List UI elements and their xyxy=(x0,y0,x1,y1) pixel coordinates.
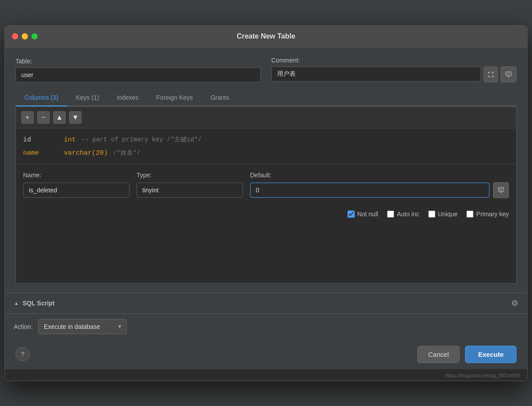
tabs-section: Columns (3) Keys (1) Indexes Foreign Key… xyxy=(16,90,516,284)
move-down-button[interactable]: ▼ xyxy=(69,111,82,124)
column-default-input[interactable] xyxy=(250,183,489,198)
col-type-name: varchar(20) xyxy=(64,149,108,157)
comment-input[interactable] xyxy=(271,66,481,82)
auto-inc-checkbox[interactable] xyxy=(387,211,394,218)
titlebar: Create New Table xyxy=(5,26,527,48)
col-comment-id: -- part of primary key /*主键id*/ xyxy=(81,136,202,144)
table-row[interactable]: id int -- part of primary key /*主键id*/ xyxy=(23,134,509,145)
comment-label: Comment: xyxy=(271,57,516,64)
execute-button[interactable]: Execute xyxy=(465,346,516,363)
default-wrapper xyxy=(250,182,509,198)
col-type-id: int xyxy=(64,136,76,144)
column-type-input[interactable] xyxy=(137,183,243,198)
maximize-button[interactable] xyxy=(31,33,38,39)
comment-field-group: Comment: xyxy=(271,57,516,82)
sql-title-row: ▲ SQL Script xyxy=(14,300,55,307)
create-table-dialog: Create New Table Table: Comment: xyxy=(4,25,528,381)
action-select[interactable]: Execute in database Save to file Copy to… xyxy=(38,319,127,334)
checkboxes-row: Not null Auto inc Unique Primary key xyxy=(16,205,516,223)
cancel-button[interactable]: Cancel xyxy=(417,346,460,363)
table-row[interactable]: name varchar(20) /*姓名*/ xyxy=(23,147,509,159)
type-label: Type: xyxy=(137,172,243,179)
tab-indexes[interactable]: Indexes xyxy=(108,90,147,106)
move-up-button[interactable]: ▲ xyxy=(53,111,66,124)
unique-label: Unique xyxy=(438,211,458,218)
tab-grants[interactable]: Grants xyxy=(202,90,238,106)
url-bar: https://blog.csdn.net/qq_39314099 xyxy=(5,369,527,381)
comment-input-wrap xyxy=(271,66,481,82)
sql-toggle-icon[interactable]: ▲ xyxy=(14,300,19,306)
column-name-input[interactable] xyxy=(23,183,129,198)
auto-inc-label: Auto inc xyxy=(397,211,419,218)
minimize-button[interactable] xyxy=(22,33,28,39)
tab-foreign-keys[interactable]: Foreign Keys xyxy=(147,90,201,106)
dialog-title: Create New Table xyxy=(237,32,295,40)
svg-rect-0 xyxy=(506,72,511,76)
action-buttons: Cancel Execute xyxy=(417,346,516,363)
dialog-body: Table: Comment: xyxy=(5,48,527,293)
not-null-checkbox[interactable] xyxy=(348,211,355,218)
col-name-id: id xyxy=(23,136,59,144)
sql-section: ▲ SQL Script ⚙ Action: Execute in databa… xyxy=(5,293,527,340)
default-note-button[interactable] xyxy=(493,182,509,198)
columns-toolbar: + − ▲ ▼ xyxy=(16,107,516,129)
action-row: Action: Execute in database Save to file… xyxy=(5,314,527,340)
col-name-name: name xyxy=(23,149,59,157)
name-label: Name: xyxy=(23,172,129,179)
help-button[interactable]: ? xyxy=(16,347,30,361)
auto-inc-checkbox-group[interactable]: Auto inc xyxy=(387,211,419,218)
window-controls xyxy=(12,33,38,39)
settings-button[interactable]: ⚙ xyxy=(511,298,518,308)
sql-title: SQL Script xyxy=(23,300,55,307)
sql-header: ▲ SQL Script ⚙ xyxy=(5,293,527,314)
comment-note-button[interactable] xyxy=(501,66,516,82)
primary-key-checkbox[interactable] xyxy=(466,211,473,218)
table-label: Table: xyxy=(16,58,261,65)
unique-checkbox[interactable] xyxy=(428,211,435,218)
remove-column-button[interactable]: − xyxy=(37,111,50,124)
action-label: Action: xyxy=(14,323,33,330)
primary-key-label: Primary key xyxy=(476,211,509,218)
table-input[interactable] xyxy=(16,67,261,82)
tab-keys[interactable]: Keys (1) xyxy=(67,90,108,106)
primary-key-checkbox-group[interactable]: Primary key xyxy=(466,211,509,218)
edit-inputs-row xyxy=(23,182,509,198)
tab-columns[interactable]: Columns (3) xyxy=(16,90,67,106)
table-field-group: Table: xyxy=(16,58,261,82)
expand-button[interactable] xyxy=(484,66,498,82)
not-null-checkbox-group[interactable]: Not null xyxy=(348,211,378,218)
comment-wrapper xyxy=(271,66,516,82)
url-text: https://blog.csdn.net/qq_39314099 xyxy=(445,373,520,378)
tab-content: + − ▲ ▼ id int -- part of primary key /*… xyxy=(16,106,516,284)
tabs-header: Columns (3) Keys (1) Indexes Foreign Key… xyxy=(16,90,516,106)
top-row: Table: Comment: xyxy=(16,57,516,82)
col-comment-name: /*姓名*/ xyxy=(113,149,141,157)
unique-checkbox-group[interactable]: Unique xyxy=(428,211,458,218)
close-button[interactable] xyxy=(12,33,18,39)
action-select-wrap: Execute in database Save to file Copy to… xyxy=(38,319,127,334)
columns-list: id int -- part of primary key /*主键id*/ n… xyxy=(16,129,516,164)
svg-rect-3 xyxy=(498,187,504,191)
add-column-button[interactable]: + xyxy=(21,111,34,124)
default-label: Default: xyxy=(250,172,509,179)
bottom-bar: ? Cancel Execute xyxy=(5,340,527,369)
edit-labels-row: Name: Type: Default: xyxy=(23,172,509,179)
not-null-label: Not null xyxy=(357,211,378,218)
edit-section: Name: Type: Default: xyxy=(16,164,516,205)
